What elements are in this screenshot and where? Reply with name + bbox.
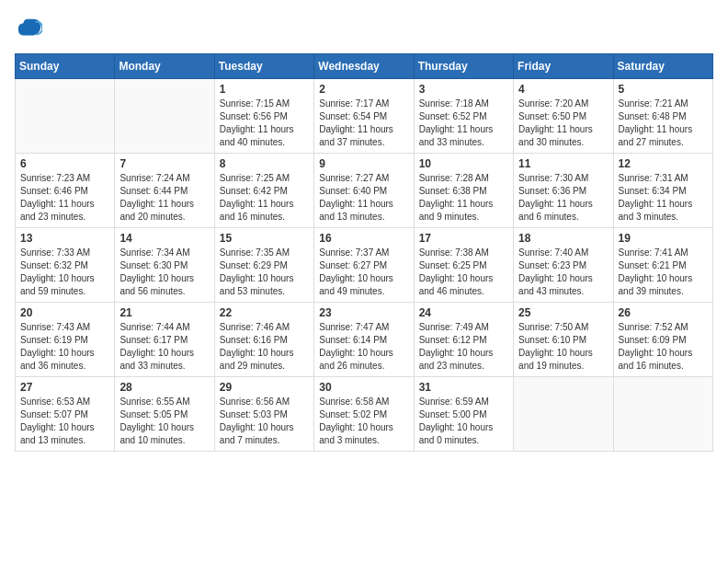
calendar-header-row: SundayMondayTuesdayWednesdayThursdayFrid…	[16, 54, 713, 79]
calendar-cell: 24Sunrise: 7:49 AM Sunset: 6:12 PM Dayli…	[414, 303, 513, 377]
calendar-week-row: 27Sunrise: 6:53 AM Sunset: 5:07 PM Dayli…	[16, 377, 713, 452]
calendar-cell: 13Sunrise: 7:33 AM Sunset: 6:32 PM Dayli…	[16, 228, 115, 303]
calendar-week-row: 13Sunrise: 7:33 AM Sunset: 6:32 PM Dayli…	[16, 228, 713, 303]
day-number: 15	[220, 232, 309, 245]
calendar-cell: 10Sunrise: 7:28 AM Sunset: 6:38 PM Dayli…	[414, 154, 513, 228]
day-info: Sunrise: 7:20 AM Sunset: 6:50 PM Dayligh…	[518, 98, 608, 149]
day-number: 25	[518, 306, 608, 319]
day-number: 17	[419, 232, 508, 245]
day-number: 13	[20, 232, 109, 245]
day-info: Sunrise: 7:33 AM Sunset: 6:32 PM Dayligh…	[20, 247, 109, 298]
weekday-header-sunday: Sunday	[16, 54, 115, 79]
calendar-week-row: 20Sunrise: 7:43 AM Sunset: 6:19 PM Dayli…	[16, 303, 713, 377]
calendar-cell	[115, 79, 214, 154]
day-number: 20	[20, 306, 109, 319]
calendar-cell: 21Sunrise: 7:44 AM Sunset: 6:17 PM Dayli…	[115, 303, 214, 377]
day-info: Sunrise: 7:49 AM Sunset: 6:12 PM Dayligh…	[419, 321, 508, 373]
calendar-cell: 3Sunrise: 7:18 AM Sunset: 6:52 PM Daylig…	[414, 79, 513, 154]
calendar-cell: 1Sunrise: 7:15 AM Sunset: 6:56 PM Daylig…	[214, 79, 313, 154]
day-info: Sunrise: 7:31 AM Sunset: 6:34 PM Dayligh…	[619, 172, 708, 224]
calendar-cell: 4Sunrise: 7:20 AM Sunset: 6:50 PM Daylig…	[514, 79, 613, 154]
day-number: 23	[319, 306, 408, 319]
day-number: 21	[119, 306, 209, 319]
day-number: 16	[319, 232, 408, 245]
day-info: Sunrise: 7:37 AM Sunset: 6:27 PM Dayligh…	[319, 247, 408, 298]
day-info: Sunrise: 7:30 AM Sunset: 6:36 PM Dayligh…	[518, 172, 608, 224]
day-info: Sunrise: 7:21 AM Sunset: 6:48 PM Dayligh…	[619, 98, 708, 149]
day-number: 26	[619, 306, 708, 319]
calendar-cell	[16, 79, 115, 154]
logo-icon	[17, 15, 42, 40]
day-info: Sunrise: 7:17 AM Sunset: 6:54 PM Dayligh…	[319, 98, 408, 149]
day-number: 14	[119, 232, 209, 245]
day-number: 3	[419, 83, 508, 96]
weekday-header-wednesday: Wednesday	[314, 54, 414, 79]
calendar-cell	[514, 377, 613, 452]
day-info: Sunrise: 7:34 AM Sunset: 6:30 PM Dayligh…	[119, 247, 209, 298]
day-info: Sunrise: 7:28 AM Sunset: 6:38 PM Dayligh…	[419, 172, 508, 224]
day-number: 12	[619, 157, 708, 170]
day-info: Sunrise: 7:38 AM Sunset: 6:25 PM Dayligh…	[419, 247, 508, 298]
calendar-cell: 17Sunrise: 7:38 AM Sunset: 6:25 PM Dayli…	[414, 228, 513, 303]
day-info: Sunrise: 7:23 AM Sunset: 6:46 PM Dayligh…	[20, 172, 109, 224]
day-info: Sunrise: 6:55 AM Sunset: 5:05 PM Dayligh…	[119, 396, 209, 447]
calendar-table: SundayMondayTuesdayWednesdayThursdayFrid…	[15, 53, 713, 452]
weekday-header-saturday: Saturday	[613, 54, 712, 79]
calendar-cell: 22Sunrise: 7:46 AM Sunset: 6:16 PM Dayli…	[214, 303, 313, 377]
calendar-cell: 18Sunrise: 7:40 AM Sunset: 6:23 PM Dayli…	[514, 228, 613, 303]
day-info: Sunrise: 7:41 AM Sunset: 6:21 PM Dayligh…	[619, 247, 708, 298]
day-info: Sunrise: 7:52 AM Sunset: 6:09 PM Dayligh…	[619, 321, 708, 373]
day-info: Sunrise: 7:15 AM Sunset: 6:56 PM Dayligh…	[220, 98, 309, 149]
day-info: Sunrise: 7:35 AM Sunset: 6:29 PM Dayligh…	[220, 247, 309, 298]
day-number: 30	[319, 381, 408, 394]
calendar-cell	[613, 377, 712, 452]
calendar-cell: 7Sunrise: 7:24 AM Sunset: 6:44 PM Daylig…	[115, 154, 214, 228]
day-info: Sunrise: 7:50 AM Sunset: 6:10 PM Dayligh…	[518, 321, 608, 373]
calendar-cell: 16Sunrise: 7:37 AM Sunset: 6:27 PM Dayli…	[314, 228, 414, 303]
day-number: 31	[419, 381, 508, 394]
day-number: 7	[119, 157, 209, 170]
calendar-cell: 9Sunrise: 7:27 AM Sunset: 6:40 PM Daylig…	[314, 154, 414, 228]
calendar-cell: 8Sunrise: 7:25 AM Sunset: 6:42 PM Daylig…	[214, 154, 313, 228]
day-number: 6	[20, 157, 109, 170]
day-number: 2	[319, 83, 408, 96]
calendar-cell: 6Sunrise: 7:23 AM Sunset: 6:46 PM Daylig…	[16, 154, 115, 228]
weekday-header-thursday: Thursday	[414, 54, 513, 79]
day-info: Sunrise: 7:43 AM Sunset: 6:19 PM Dayligh…	[20, 321, 109, 373]
day-number: 29	[220, 381, 309, 394]
day-info: Sunrise: 7:44 AM Sunset: 6:17 PM Dayligh…	[119, 321, 209, 373]
calendar-cell: 23Sunrise: 7:47 AM Sunset: 6:14 PM Dayli…	[314, 303, 414, 377]
day-info: Sunrise: 7:46 AM Sunset: 6:16 PM Dayligh…	[220, 321, 309, 373]
day-number: 22	[220, 306, 309, 319]
weekday-header-friday: Friday	[514, 54, 613, 79]
weekday-header-monday: Monday	[115, 54, 214, 79]
day-info: Sunrise: 6:53 AM Sunset: 5:07 PM Dayligh…	[20, 396, 109, 447]
day-number: 5	[619, 83, 708, 96]
calendar-cell: 2Sunrise: 7:17 AM Sunset: 6:54 PM Daylig…	[314, 79, 414, 154]
calendar-cell: 28Sunrise: 6:55 AM Sunset: 5:05 PM Dayli…	[115, 377, 214, 452]
calendar-cell: 30Sunrise: 6:58 AM Sunset: 5:02 PM Dayli…	[314, 377, 414, 452]
calendar-cell: 14Sunrise: 7:34 AM Sunset: 6:30 PM Dayli…	[115, 228, 214, 303]
day-info: Sunrise: 6:56 AM Sunset: 5:03 PM Dayligh…	[220, 396, 309, 447]
day-number: 9	[319, 157, 408, 170]
day-info: Sunrise: 7:18 AM Sunset: 6:52 PM Dayligh…	[419, 98, 508, 149]
day-number: 19	[619, 232, 708, 245]
day-number: 24	[419, 306, 508, 319]
day-number: 10	[419, 157, 508, 170]
calendar-cell: 27Sunrise: 6:53 AM Sunset: 5:07 PM Dayli…	[16, 377, 115, 452]
calendar-cell: 11Sunrise: 7:30 AM Sunset: 6:36 PM Dayli…	[514, 154, 613, 228]
day-number: 11	[518, 157, 608, 170]
calendar-cell: 25Sunrise: 7:50 AM Sunset: 6:10 PM Dayli…	[514, 303, 613, 377]
calendar-cell: 31Sunrise: 6:59 AM Sunset: 5:00 PM Dayli…	[414, 377, 513, 452]
day-info: Sunrise: 6:58 AM Sunset: 5:02 PM Dayligh…	[319, 396, 408, 447]
day-info: Sunrise: 7:24 AM Sunset: 6:44 PM Dayligh…	[119, 172, 209, 224]
day-info: Sunrise: 7:25 AM Sunset: 6:42 PM Dayligh…	[220, 172, 309, 224]
weekday-header-tuesday: Tuesday	[214, 54, 313, 79]
day-number: 18	[518, 232, 608, 245]
day-info: Sunrise: 6:59 AM Sunset: 5:00 PM Dayligh…	[419, 396, 508, 447]
day-number: 28	[119, 381, 209, 394]
calendar-cell: 5Sunrise: 7:21 AM Sunset: 6:48 PM Daylig…	[613, 79, 712, 154]
calendar-week-row: 6Sunrise: 7:23 AM Sunset: 6:46 PM Daylig…	[16, 154, 713, 228]
day-number: 27	[20, 381, 109, 394]
day-number: 1	[220, 83, 309, 96]
